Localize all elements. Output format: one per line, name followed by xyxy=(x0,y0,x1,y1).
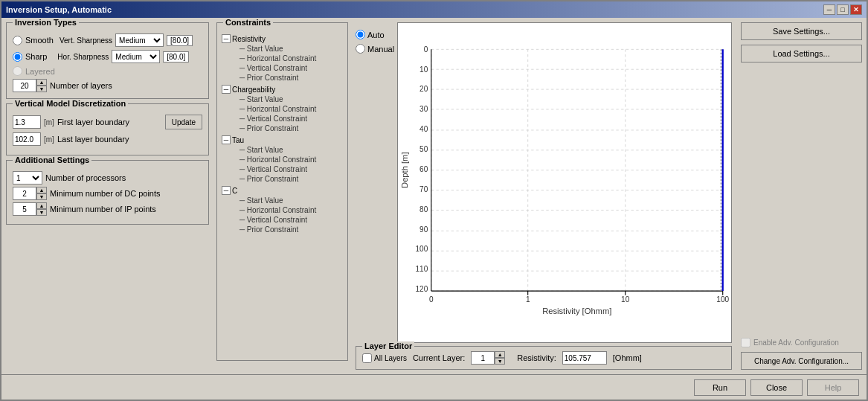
min-ip-input[interactable] xyxy=(13,202,36,216)
resistivity-horizontal[interactable]: ─ Horizontal Constraint xyxy=(220,54,344,63)
tau-parent[interactable]: ─ Tau xyxy=(220,135,344,145)
left-panel: Inversion Types Smooth Vert. Sharpness M… xyxy=(1,18,213,374)
last-layer-unit: [m] xyxy=(44,135,54,144)
num-layers-up[interactable]: ▲ xyxy=(36,79,47,86)
svg-text:30: 30 xyxy=(419,105,428,113)
hor-sharpness-label: Hor. Sharpness xyxy=(57,53,109,61)
min-dc-up[interactable]: ▲ xyxy=(36,187,47,193)
resistivity-input[interactable] xyxy=(562,351,607,365)
smooth-radio[interactable] xyxy=(13,36,22,45)
smooth-label: Smooth xyxy=(25,36,54,45)
resistivity-expand-icon[interactable]: ─ xyxy=(222,34,231,43)
layer-editor-title: Layer Editor xyxy=(362,341,414,350)
tau-label: Tau xyxy=(232,136,244,144)
c-start-value[interactable]: ─ Start Value xyxy=(220,196,344,205)
layered-label: Layered xyxy=(25,67,55,76)
chargeability-prior[interactable]: ─ Prior Constraint xyxy=(220,123,344,133)
main-content: Inversion Types Smooth Vert. Sharpness M… xyxy=(1,18,867,374)
c-prior[interactable]: ─ Prior Constraint xyxy=(220,225,344,234)
svg-text:Resistivity [Ohmm]: Resistivity [Ohmm] xyxy=(542,307,611,315)
manual-radio-label[interactable]: Manual xyxy=(356,44,394,54)
resistivity-prior[interactable]: ─ Prior Constraint xyxy=(220,73,344,83)
vertical-model-title: Vertical Model Discretization xyxy=(13,99,128,108)
min-dc-spinner: ▲ ▼ xyxy=(13,187,47,200)
chargeability-expand-icon[interactable]: ─ xyxy=(222,85,231,94)
num-processors-select[interactable]: 1 2 4 8 xyxy=(13,171,42,185)
enable-adv-checkbox[interactable] xyxy=(741,338,750,347)
svg-text:10: 10 xyxy=(419,65,428,74)
minimize-button[interactable]: ─ xyxy=(823,4,835,15)
update-button[interactable]: Update xyxy=(165,115,202,129)
close-dialog-button[interactable]: Close xyxy=(750,379,803,396)
c-label: C xyxy=(232,187,237,195)
num-layers-down[interactable]: ▼ xyxy=(36,86,47,92)
auto-radio-label[interactable]: Auto xyxy=(356,30,394,39)
hor-sharpness-select[interactable]: Medium Low High xyxy=(112,50,160,63)
change-adv-button[interactable]: Change Adv. Configuration... xyxy=(741,352,862,370)
tau-start-value[interactable]: ─ Start Value xyxy=(220,145,344,155)
current-layer-spinner: ▲ ▼ xyxy=(471,351,505,365)
svg-text:20: 20 xyxy=(419,85,428,93)
current-layer-input[interactable] xyxy=(471,351,495,365)
layered-row: Layered xyxy=(13,66,202,76)
c-vertical[interactable]: ─ Vertical Constraint xyxy=(220,215,344,225)
svg-text:70: 70 xyxy=(419,185,428,193)
c-parent[interactable]: ─ C xyxy=(220,185,344,196)
min-dc-buttons: ▲ ▼ xyxy=(36,187,47,200)
help-button[interactable]: Help xyxy=(807,379,859,396)
close-button[interactable]: ✕ xyxy=(850,4,862,15)
min-dc-label: Minimum number of DC points xyxy=(50,189,161,198)
title-bar: Inversion Setup, Automatic ─ □ ✕ xyxy=(1,1,867,18)
c-horizontal[interactable]: ─ Horizontal Constraint xyxy=(220,205,344,215)
layered-radio[interactable] xyxy=(13,66,22,76)
resistivity-section: ─ Resistivity ─ Start Value ─ Horizontal… xyxy=(220,33,344,83)
resistivity-vertical[interactable]: ─ Vertical Constraint xyxy=(220,63,344,73)
chart-radio-group: Auto Manual xyxy=(356,22,394,343)
min-dc-down[interactable]: ▼ xyxy=(36,193,47,200)
tau-horizontal[interactable]: ─ Horizontal Constraint xyxy=(220,155,344,164)
c-section: ─ C ─ Start Value ─ Horizontal Constrain… xyxy=(220,185,344,234)
last-layer-input[interactable] xyxy=(13,132,41,146)
chargeability-parent[interactable]: ─ Chargeability xyxy=(220,84,344,94)
all-layers-label[interactable]: All Layers xyxy=(362,353,407,363)
first-layer-input[interactable] xyxy=(13,115,41,129)
chargeability-vertical[interactable]: ─ Vertical Constraint xyxy=(220,114,344,123)
tau-expand-icon[interactable]: ─ xyxy=(222,135,231,144)
chart-svg: 0 10 20 30 40 50 60 70 80 90 100 110 120 xyxy=(398,23,731,342)
min-dc-input[interactable] xyxy=(13,187,36,200)
current-layer-down[interactable]: ▼ xyxy=(495,358,505,365)
load-settings-button[interactable]: Load Settings... xyxy=(741,45,862,62)
manual-radio[interactable] xyxy=(356,44,365,54)
run-button[interactable]: Run xyxy=(694,379,746,396)
sharp-radio[interactable] xyxy=(13,52,22,62)
svg-text:0: 0 xyxy=(424,45,428,54)
min-ip-down[interactable]: ▼ xyxy=(36,209,47,216)
additional-settings-title: Additional Settings xyxy=(13,155,91,164)
resistivity-start-value[interactable]: ─ Start Value xyxy=(220,44,344,54)
inversion-types-title: Inversion Types xyxy=(13,18,79,27)
current-layer-up[interactable]: ▲ xyxy=(495,351,505,358)
current-layer-label: Current Layer: xyxy=(413,353,465,362)
vert-sharpness-select[interactable]: Medium Low High xyxy=(115,33,164,47)
auto-radio[interactable] xyxy=(356,30,365,39)
tau-prior[interactable]: ─ Prior Constraint xyxy=(220,174,344,184)
save-settings-button[interactable]: Save Settings... xyxy=(741,22,862,40)
num-layers-input[interactable] xyxy=(13,79,36,92)
tau-vertical[interactable]: ─ Vertical Constraint xyxy=(220,164,344,174)
all-layers-checkbox[interactable] xyxy=(362,353,372,363)
chargeability-horizontal[interactable]: ─ Horizontal Constraint xyxy=(220,104,344,114)
c-expand-icon[interactable]: ─ xyxy=(222,186,231,195)
min-dc-row: ▲ ▼ Minimum number of DC points xyxy=(13,187,202,200)
svg-rect-0 xyxy=(398,41,731,324)
smooth-row: Smooth Vert. Sharpness Medium Low High [… xyxy=(13,33,202,47)
last-layer-label: Last layer boundary xyxy=(57,135,129,144)
constraints-panel: Constraints ─ Resistivity ─ Start Value … xyxy=(213,18,351,374)
min-ip-up[interactable]: ▲ xyxy=(36,202,47,209)
resistivity-label: Resistivity xyxy=(232,35,266,43)
resistivity-parent[interactable]: ─ Resistivity xyxy=(220,33,344,44)
vertical-model-group: Vertical Model Discretization [m] First … xyxy=(6,103,209,155)
chargeability-start-value[interactable]: ─ Start Value xyxy=(220,94,344,104)
maximize-button[interactable]: □ xyxy=(837,4,849,15)
layer-editor: Layer Editor All Layers Current Layer: ▲… xyxy=(356,346,732,370)
hor-sharpness-value: [80.0] xyxy=(163,51,189,62)
